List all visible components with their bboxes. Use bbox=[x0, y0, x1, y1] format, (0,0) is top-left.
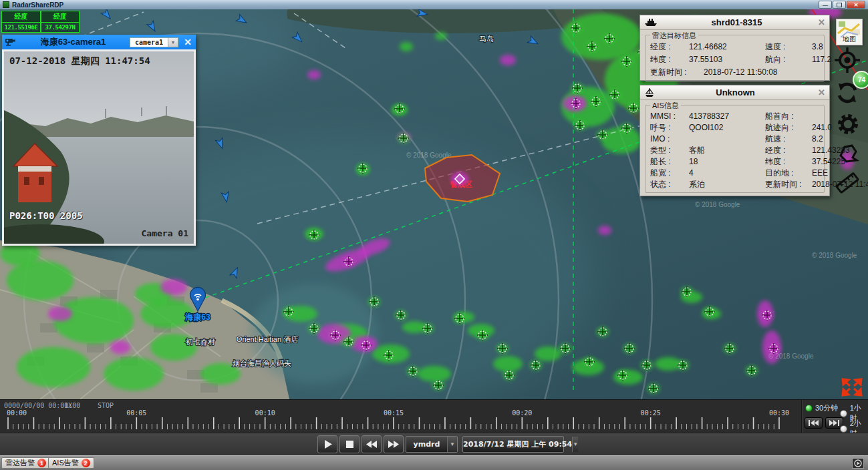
skip-forward-icon bbox=[829, 420, 839, 426]
radar-echo-magenta bbox=[48, 306, 72, 321]
camera-window-close-icon[interactable]: ✕ bbox=[182, 37, 193, 47]
info-field-row: 状态 :系泊更新时间 :2018-07-12 11:47:58 bbox=[650, 179, 819, 190]
field-value: QOOI102 bbox=[689, 122, 765, 134]
radar-panel-titlebar[interactable]: shrd01-8315 ✕ bbox=[640, 15, 829, 30]
field-label: 船宽 : bbox=[650, 168, 689, 179]
ruler-icon bbox=[832, 168, 863, 198]
crosshair-icon bbox=[834, 47, 861, 73]
field-value: 客船 bbox=[689, 145, 765, 156]
settings-button[interactable] bbox=[835, 111, 861, 138]
camera-osd-name: Camera 01 bbox=[142, 228, 188, 238]
ais-alarm-button[interactable]: AIS告警 2 bbox=[48, 457, 94, 469]
sailboat-icon bbox=[644, 88, 655, 97]
map-watermark: © 2018 Google bbox=[812, 252, 857, 259]
rewind-button[interactable] bbox=[361, 435, 382, 453]
radar-target-marker[interactable] bbox=[746, 365, 758, 376]
camera-window-titlebar[interactable]: 海康63-camera1 camera1 ▼ ✕ bbox=[2, 35, 196, 49]
locate-target-button[interactable] bbox=[833, 45, 862, 75]
ais-vessel-marker[interactable] bbox=[527, 36, 539, 47]
window-restore-button[interactable] bbox=[833, 1, 846, 9]
skip-backward-icon bbox=[809, 420, 819, 426]
playback-mode-dropdown[interactable]: ymdrd ▼ bbox=[406, 436, 458, 453]
ruler-tick-label: 00:10 bbox=[255, 409, 275, 417]
radio-30min[interactable] bbox=[805, 405, 813, 412]
radar-target-marker[interactable] bbox=[724, 343, 736, 354]
field-value: 18 bbox=[689, 156, 765, 168]
radar-echo-green bbox=[17, 347, 90, 387]
fast-forward-button[interactable] bbox=[384, 435, 404, 453]
alert-count-badge[interactable]: 74 bbox=[853, 71, 868, 89]
camera-selector[interactable]: camera1 ▼ bbox=[130, 37, 178, 47]
window-close-button[interactable]: ✕ bbox=[847, 1, 865, 9]
chevron-down-icon[interactable]: ▼ bbox=[168, 37, 178, 47]
radar-alarm-button[interactable]: 雷达告警 1 bbox=[1, 457, 50, 469]
timeline-ruler[interactable]: 00:0000:0500:1000:1500:2000:2500:30 bbox=[0, 409, 799, 432]
play-button[interactable] bbox=[317, 435, 337, 453]
coordinate-value: 121.55196E bbox=[2, 23, 40, 32]
camera-osd-ptz: P026:T00 2005 bbox=[9, 210, 83, 221]
radio-30min-label: 30分钟 bbox=[815, 403, 838, 413]
ais-info-group: AIS信息 MMSI :413788327船首向 :呼号 :QOOI102航迹向… bbox=[645, 105, 825, 193]
spinner-icon[interactable]: ▼ bbox=[572, 437, 578, 452]
window-title: RadarShareRDP bbox=[12, 1, 63, 9]
measure-button[interactable] bbox=[831, 167, 863, 199]
field-label: 呼号 : bbox=[650, 122, 689, 134]
window-minimize-button[interactable]: — bbox=[819, 1, 832, 9]
play-circle-icon bbox=[854, 459, 862, 467]
info-field-row: MMSI :413788327船首向 : bbox=[650, 111, 819, 122]
field-value: 3.8 bbox=[812, 41, 823, 53]
coordinate-label: 经度 bbox=[41, 11, 79, 23]
stop-button[interactable] bbox=[339, 435, 359, 453]
playback-datetime-picker[interactable]: 2018/7/12 星期四 上午 09:54 ▼ bbox=[462, 436, 564, 453]
radar-echo-green bbox=[493, 356, 523, 372]
camera-selector-value: camera1 bbox=[130, 37, 168, 47]
alarm-target-marker[interactable] bbox=[451, 172, 468, 186]
field-label: 航迹向 : bbox=[765, 122, 812, 134]
map-watermark: © 2018 Google bbox=[695, 201, 740, 208]
radar-echo-magenta bbox=[500, 55, 516, 65]
radar-target-marker[interactable] bbox=[597, 326, 609, 337]
timeline-bar: 0000/00/00 00:00:00 1X STOP 00:0000:0500… bbox=[0, 399, 868, 433]
radar-target-panel: shrd01-8315 ✕ 雷达目标信息 经度 :121.46682速度 :3.… bbox=[639, 15, 830, 81]
fullscreen-button[interactable] bbox=[841, 377, 863, 398]
field-value: 8.2 bbox=[812, 134, 823, 145]
status-tray-button[interactable] bbox=[852, 458, 864, 469]
playback-bar: ymdrd ▼ 2018/7/12 星期四 上午 09:54 ▼ bbox=[0, 433, 868, 455]
radio-1h[interactable] bbox=[840, 410, 847, 417]
radar-echo-magenta bbox=[307, 70, 321, 79]
radar-panel-close-icon[interactable]: ✕ bbox=[816, 17, 825, 27]
radar-echo-magenta bbox=[160, 279, 187, 295]
ais-vessel-marker[interactable] bbox=[215, 138, 225, 150]
field-label: 更新时间 : bbox=[650, 66, 704, 79]
radar-echo-green bbox=[7, 260, 74, 300]
app-window: RadarShareRDP — ✕ © 2018 Google© 2018 Go… bbox=[0, 0, 868, 470]
radar-panel-title: shrd01-8315 bbox=[658, 17, 816, 27]
skip-buttons bbox=[805, 417, 843, 429]
info-field-row: 船长 :18纬度 :37.54225 bbox=[650, 156, 819, 168]
radar-alarm-label: 雷达告警 bbox=[5, 458, 35, 468]
radar-alarm-count-badge: 1 bbox=[37, 459, 46, 467]
info-field-row: 纬度 :37.55103航向 :117.2 bbox=[650, 53, 819, 66]
ais-alarm-label: AIS告警 bbox=[52, 458, 79, 468]
chevron-down-icon[interactable]: ▼ bbox=[447, 437, 457, 452]
map-area[interactable]: © 2018 Google© 2018 Google© 2018 Google©… bbox=[0, 9, 868, 399]
radar-target-marker[interactable] bbox=[623, 343, 635, 354]
range-option-30min[interactable]: 30分钟 bbox=[805, 403, 838, 413]
timeline-state: STOP bbox=[98, 402, 114, 409]
camera-video-feed: 07-12-2018 星期四 11:47:54 P026:T00 2005 Ca… bbox=[2, 49, 196, 246]
radar-target-marker[interactable] bbox=[641, 360, 653, 371]
expand-arrows-icon bbox=[841, 378, 863, 397]
map-switch-button[interactable]: 地图 bbox=[836, 19, 863, 45]
field-label: 目的地 : bbox=[765, 168, 812, 179]
field-label: 航向 : bbox=[765, 53, 812, 66]
draw-zone-button[interactable] bbox=[835, 140, 861, 167]
ais-panel-titlebar[interactable]: Unknown ✕ bbox=[640, 85, 829, 100]
field-value: 121.46682 bbox=[689, 41, 765, 53]
ais-panel-close-icon[interactable]: ✕ bbox=[816, 87, 825, 97]
skip-backward-button[interactable] bbox=[805, 417, 823, 429]
field-value: 37.55103 bbox=[689, 53, 765, 66]
ais-alarm-count-badge: 2 bbox=[82, 459, 90, 467]
field-label: 航速 : bbox=[765, 134, 812, 145]
radio-2h[interactable] bbox=[840, 425, 847, 433]
radar-target-marker[interactable] bbox=[647, 383, 660, 394]
